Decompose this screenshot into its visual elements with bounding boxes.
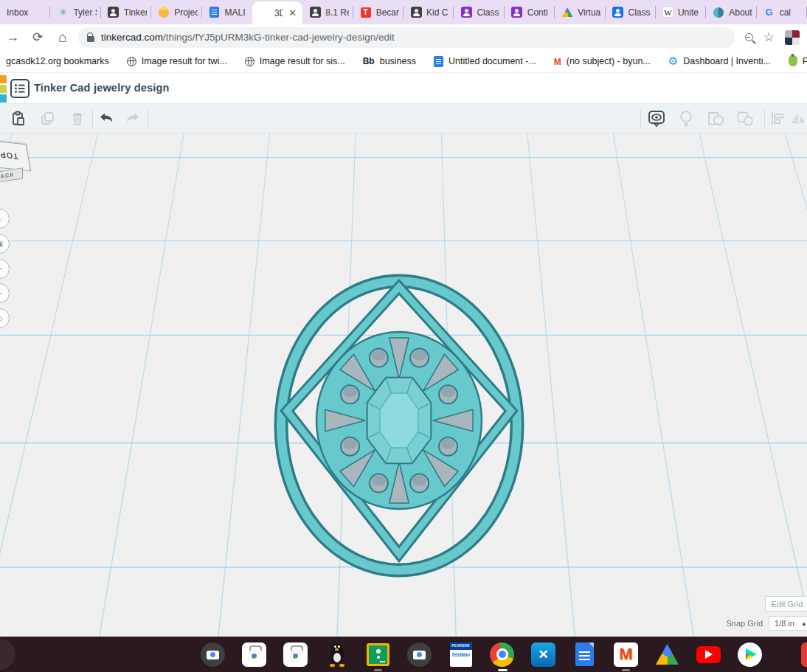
tab-tinker[interactable]: Tinker (101, 0, 151, 24)
person-icon (511, 7, 522, 18)
bookmark-star-icon[interactable] (763, 30, 775, 45)
bookmark-item[interactable]: Bbbusiness (363, 56, 416, 66)
toolbar-divider (92, 109, 93, 128)
reload-button[interactable] (25, 30, 50, 45)
browser-address-bar: tinkercad.com/things/fYJ5pURM3kG-tinker-… (0, 24, 807, 50)
sparkle-icon (57, 7, 69, 18)
paste-icon (10, 110, 27, 128)
group-icon (706, 109, 725, 128)
copy-icon (39, 110, 57, 128)
tab-cal[interactable]: cal (757, 0, 807, 24)
viewport-canvas[interactable]: TOP BACK (0, 134, 807, 637)
tab-close-icon[interactable]: ✕ (287, 7, 298, 18)
bookmark-item[interactable]: Untitled document -... (434, 56, 536, 67)
tab-tyler[interactable]: Tyler S (50, 0, 100, 24)
show-all-button[interactable] (646, 108, 667, 129)
trash-icon (69, 110, 86, 128)
url-text: tinkercad.com/things/fYJ5pURM3kG-tinker-… (101, 32, 395, 43)
group-button[interactable] (705, 108, 726, 129)
tab-project[interactable]: Projec (151, 0, 201, 24)
medallion-graphic (274, 274, 524, 578)
bookmark-folder[interactable]: gcasdk12.org bookmarks (6, 56, 109, 66)
tab-about[interactable]: About (706, 0, 756, 24)
blackboard-icon: Bb (363, 56, 375, 66)
tab-tinkercad-active[interactable]: 3D ✕ (252, 1, 302, 24)
redo-button[interactable] (122, 108, 143, 129)
tab-81re[interactable]: 8.1 Re (302, 0, 353, 24)
design-title: Tinker Cad jewelry design (34, 82, 170, 94)
tab-mali[interactable]: MALI (202, 0, 252, 24)
ungroup-icon (735, 109, 755, 128)
bookmarks-bar: gcasdk12.org bookmarks Image result for … (0, 50, 807, 73)
gear-icon (668, 55, 678, 68)
webstore-app-icon[interactable] (283, 642, 308, 667)
undo-icon (97, 110, 116, 128)
drive-app-icon[interactable] (655, 642, 679, 667)
mirror-button[interactable] (791, 108, 807, 129)
docs-app-icon[interactable] (572, 642, 597, 667)
delete-button[interactable] (67, 108, 88, 129)
tab-class2[interactable]: Class (606, 0, 656, 24)
view-cube[interactable]: TOP BACK (0, 142, 29, 181)
worker-icon (159, 7, 169, 18)
zoom-out-icon[interactable] (745, 33, 753, 41)
tab-class1[interactable]: Class (454, 0, 504, 24)
tab-kidc[interactable]: Kid C (404, 0, 454, 24)
snap-grid-dropdown[interactable]: 1/8 in ▲ (769, 616, 807, 631)
copy-button[interactable] (38, 108, 58, 129)
tab-inbox[interactable]: Inbox (0, 0, 50, 24)
paste-button[interactable] (8, 108, 29, 129)
eye-bubble-icon (647, 109, 666, 128)
toolbar-divider (640, 109, 641, 128)
camera-app-icon[interactable] (407, 642, 432, 667)
home-button[interactable] (50, 29, 75, 46)
person-icon (411, 7, 422, 18)
url-input[interactable]: tinkercad.com/things/fYJ5pURM3kG-tinker-… (78, 27, 735, 48)
bookmark-item[interactable]: (no subject) - byun... (554, 55, 651, 68)
launcher-button[interactable] (0, 639, 15, 670)
light-bulb-icon (677, 109, 695, 128)
play-store-app-icon[interactable] (738, 642, 762, 667)
google-g-icon (763, 7, 775, 18)
jewelry-design-object[interactable] (274, 274, 524, 578)
main-menu-button[interactable] (10, 79, 30, 98)
tab-united[interactable]: Unite (656, 0, 706, 24)
tab-becar[interactable]: Becar (353, 0, 404, 24)
webstore-app-icon[interactable] (242, 642, 266, 667)
explore-app-icon[interactable] (531, 642, 555, 667)
view-cube-top-face[interactable]: TOP (0, 140, 31, 172)
youtube-app-icon[interactable] (696, 642, 721, 667)
person-icon (612, 7, 623, 18)
linux-penguin-icon[interactable] (325, 642, 349, 667)
tinkercad-toolbar (0, 104, 807, 134)
toolbar-divider (148, 109, 148, 128)
edit-grid-button[interactable]: Edit Grid (765, 596, 807, 612)
redo-icon (123, 110, 142, 128)
chrome-app-icon[interactable] (490, 642, 514, 667)
bookmark-item[interactable]: Image result for sis... (245, 56, 345, 66)
forward-button[interactable] (0, 30, 25, 45)
gmail-app-icon[interactable] (614, 642, 638, 667)
pinned-app-cutoff-icon[interactable] (801, 642, 807, 667)
tab-conti[interactable]: Conti (505, 0, 555, 24)
classroom-app-icon[interactable] (366, 642, 390, 667)
bookmark-item[interactable]: Image result for twi... (127, 56, 227, 66)
profile-avatar[interactable] (785, 30, 800, 45)
undo-button[interactable] (96, 108, 117, 129)
shelf-taskbar: PEARSON TestNav (0, 637, 807, 672)
tab-virtual[interactable]: Virtua (555, 0, 605, 24)
person-icon (461, 7, 472, 18)
bookmark-item[interactable]: Dashboard | Inventi... (668, 55, 771, 68)
lock-icon[interactable] (87, 36, 94, 42)
jar-icon (789, 56, 797, 66)
camera-app-icon[interactable] (201, 642, 225, 667)
bulb-button[interactable] (676, 108, 696, 129)
align-button[interactable] (767, 108, 788, 129)
toolbar-divider (764, 109, 765, 128)
testnav-app-icon[interactable]: PEARSON TestNav (448, 642, 473, 667)
list-menu-icon (14, 83, 26, 94)
person-icon (310, 7, 321, 18)
wikipedia-icon (662, 7, 673, 18)
bookmark-item[interactable]: Presentat (789, 56, 807, 66)
ungroup-button[interactable] (735, 108, 755, 129)
